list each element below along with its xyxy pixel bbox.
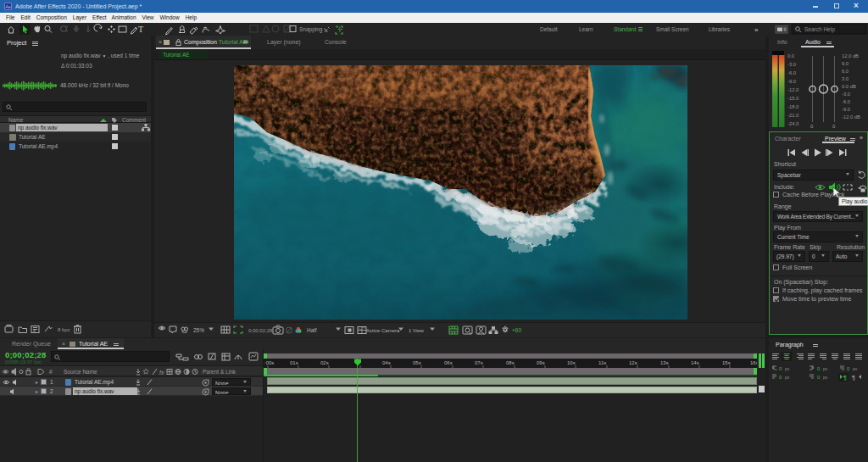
svg-text:Half: Half [307, 327, 317, 333]
svg-text:0: 0 [817, 375, 821, 380]
svg-text:0: 0 [847, 366, 850, 371]
svg-text:¶: ¶ [843, 375, 847, 381]
svg-text:12s: 12s [629, 360, 637, 365]
svg-text:06s: 06s [444, 360, 453, 365]
svg-text:0;00;02;28: 0;00;02;28 [248, 328, 273, 333]
svg-text:px: px [853, 366, 858, 371]
svg-text:Standard: Standard [614, 26, 637, 32]
svg-text:09s: 09s [537, 360, 545, 365]
svg-text:Snapping: Snapping [299, 26, 323, 33]
svg-text:-6.0: -6.0 [842, 99, 850, 104]
svg-text:-12.0: -12.0 [787, 87, 798, 92]
svg-text:»: » [754, 26, 759, 34]
svg-text:-12.0 dB: -12.0 dB [842, 114, 860, 120]
svg-text:-6.0: -6.0 [787, 70, 796, 75]
svg-text:0: 0 [810, 124, 814, 129]
svg-text:-15.0: -15.0 [787, 96, 798, 101]
svg-text:0: 0 [779, 375, 782, 380]
svg-text:13s: 13s [660, 360, 669, 365]
svg-text:15s: 15s [722, 360, 731, 365]
svg-text:0: 0 [832, 124, 836, 129]
svg-text:16s: 16s [750, 360, 757, 365]
svg-text:04s: 04s [382, 360, 391, 365]
svg-text:0.0: 0.0 [787, 53, 794, 58]
svg-text:12.0 dB: 12.0 dB [842, 53, 859, 58]
svg-text:¶: ¶ [852, 375, 855, 381]
svg-text:1 View: 1 View [409, 328, 425, 333]
svg-text:px: px [823, 366, 828, 371]
svg-text:11s: 11s [598, 360, 606, 365]
svg-text:0.0 dB: 0.0 dB [842, 84, 856, 89]
svg-text:Learn: Learn [579, 26, 593, 32]
svg-text:-9.0: -9.0 [842, 107, 850, 112]
svg-text:-24.0: -24.0 [787, 121, 798, 126]
svg-text:T: T [138, 25, 143, 34]
svg-text:px: px [785, 366, 790, 371]
svg-text:9.0: 9.0 [842, 61, 849, 66]
svg-text:px: px [823, 375, 828, 380]
svg-text::00s: :00s [264, 360, 274, 365]
svg-text:Active Camera: Active Camera [366, 328, 400, 333]
svg-text:10s: 10s [567, 360, 576, 365]
svg-text:0: 0 [779, 366, 782, 371]
svg-text:-18.0: -18.0 [787, 104, 798, 109]
svg-text:Default: Default [540, 26, 558, 32]
svg-text:Libraries: Libraries [709, 26, 731, 32]
svg-text:-3.0: -3.0 [842, 92, 850, 97]
svg-text:+60: +60 [512, 327, 521, 333]
svg-text:Small Screen: Small Screen [656, 26, 689, 32]
svg-text:07s: 07s [475, 360, 483, 365]
svg-text:8 bpc: 8 bpc [58, 327, 70, 332]
svg-text:-9.0: -9.0 [787, 79, 796, 84]
svg-text:-3.0: -3.0 [787, 62, 796, 67]
svg-text:14s: 14s [691, 360, 699, 365]
svg-text:08s: 08s [506, 360, 515, 365]
svg-text:6.0: 6.0 [842, 69, 849, 74]
svg-text:fx: fx [159, 370, 164, 376]
svg-text:3.0: 3.0 [842, 76, 849, 81]
svg-text:-21.0: -21.0 [787, 113, 798, 118]
svg-text:25%: 25% [193, 327, 204, 333]
svg-text:px: px [785, 375, 790, 380]
svg-text:01s: 01s [290, 360, 298, 365]
svg-text:02s: 02s [320, 360, 329, 365]
svg-text:0: 0 [817, 366, 821, 371]
svg-text:05s: 05s [413, 360, 421, 365]
svg-text:Search Help: Search Help [804, 26, 835, 33]
